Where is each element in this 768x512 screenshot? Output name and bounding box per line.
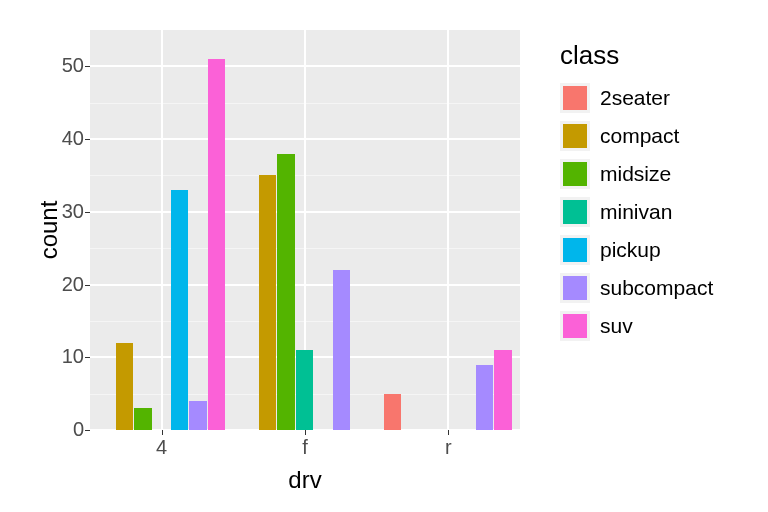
legend: class 2seatercompactmidsizeminivanpickup… <box>560 40 713 349</box>
legend-label: subcompact <box>600 276 713 300</box>
y-tick-40: 40 <box>44 127 84 150</box>
bar-4-midsize <box>134 408 152 430</box>
legend-label: compact <box>600 124 679 148</box>
chart-container: 01020304050 4fr count drv class 2seaterc… <box>0 0 768 512</box>
bar-4-compact <box>116 343 134 430</box>
legend-swatch <box>560 273 590 303</box>
legend-title: class <box>560 40 713 71</box>
y-tick-20: 20 <box>44 273 84 296</box>
legend-item-2seater: 2seater <box>560 83 713 113</box>
y-tick-10: 10 <box>44 345 84 368</box>
legend-swatch <box>560 159 590 189</box>
y-axis-title: count <box>35 201 63 260</box>
legend-label: minivan <box>600 200 672 224</box>
y-tick-0: 0 <box>44 418 84 441</box>
legend-item-minivan: minivan <box>560 197 713 227</box>
legend-label: 2seater <box>600 86 670 110</box>
bar-4-pickup <box>171 190 189 430</box>
legend-item-midsize: midsize <box>560 159 713 189</box>
x-tick-f: f <box>302 436 308 459</box>
legend-swatch <box>560 121 590 151</box>
bar-4-suv <box>208 59 226 430</box>
legend-label: pickup <box>600 238 661 262</box>
legend-label: suv <box>600 314 633 338</box>
legend-item-pickup: pickup <box>560 235 713 265</box>
bar-f-minivan <box>296 350 314 430</box>
x-axis-title: drv <box>288 466 321 494</box>
legend-swatch <box>560 311 590 341</box>
legend-label: midsize <box>600 162 671 186</box>
legend-swatch <box>560 235 590 265</box>
legend-item-suv: suv <box>560 311 713 341</box>
bar-r-subcompact <box>476 365 494 430</box>
bar-4-subcompact <box>189 401 207 430</box>
legend-swatch <box>560 197 590 227</box>
x-tick-4: 4 <box>156 436 167 459</box>
bar-f-midsize <box>277 154 295 430</box>
bar-f-compact <box>259 175 277 430</box>
bar-f-subcompact <box>333 270 351 430</box>
legend-item-compact: compact <box>560 121 713 151</box>
x-tick-r: r <box>445 436 452 459</box>
plot-area <box>90 30 520 430</box>
bar-r-2seater <box>384 394 402 430</box>
legend-item-subcompact: subcompact <box>560 273 713 303</box>
bar-r-suv <box>494 350 512 430</box>
legend-swatch <box>560 83 590 113</box>
y-tick-50: 50 <box>44 54 84 77</box>
